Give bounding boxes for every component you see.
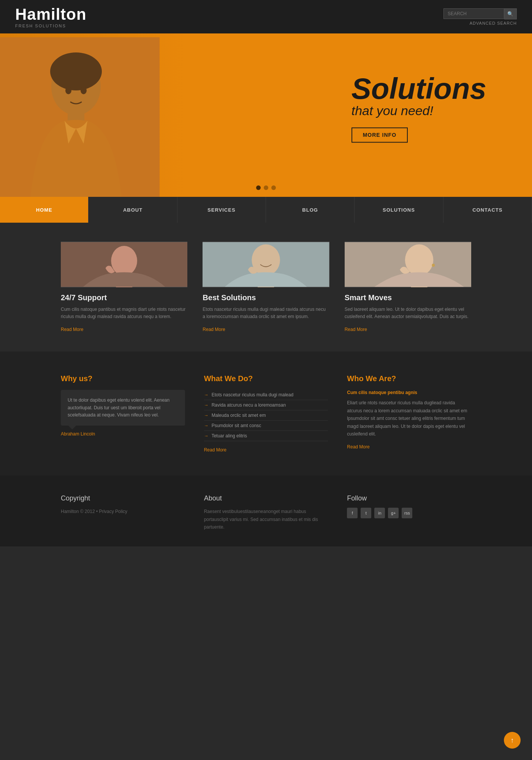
footer-follow-heading: Follow	[347, 494, 471, 502]
svg-point-4	[65, 87, 71, 94]
arrow-icon-4: →	[204, 423, 209, 428]
what-we-do-col: What We Do? →Etots nascetur riculus mull…	[204, 374, 328, 453]
nav-item-solutions[interactable]: SOLUTIONS	[355, 197, 443, 223]
feature-card-1: 24/7 Support Cum cilis natoque pantibus …	[61, 242, 187, 332]
what-item-4: →Psumdolor sit amt consc	[204, 421, 328, 431]
who-we-are-desc: Eliart urle ntots nascetur riculus mulla…	[347, 399, 471, 438]
who-we-are-read-more[interactable]: Read More	[347, 444, 369, 450]
header: Hamilton FRESH SOLUTIONS 🔍 ADVANCED SEAR…	[0, 0, 532, 33]
footer: Copyright Hamilton © 2012 • Privacy Poli…	[0, 475, 532, 546]
svg-point-15	[432, 264, 435, 267]
feature-card-3: Smart Moves Sed laoreet aliquam leo. Ut …	[345, 242, 471, 332]
feature-title-1: 24/7 Support	[61, 293, 187, 302]
social-icon-linkedin[interactable]: in	[374, 508, 385, 518]
what-item-1: →Etots nascetur riculus mulla dugi malea…	[204, 390, 328, 400]
who-we-are-heading: Who We Are?	[347, 374, 471, 383]
svg-point-13	[405, 244, 433, 276]
footer-copyright-text: Hamilton © 2012 • Privacy Policy	[61, 508, 185, 515]
footer-about-heading: About	[204, 494, 328, 502]
feature-read-more-2[interactable]: Read More	[203, 327, 225, 332]
feature-title-3: Smart Moves	[345, 293, 471, 302]
social-icon-rss[interactable]: rss	[402, 508, 412, 518]
feature-card-2: Best Solutions Etots nascetur riculus mu…	[203, 242, 329, 332]
features-section: 24/7 Support Cum cilis natoque pantibus …	[0, 223, 532, 352]
svg-point-2	[50, 52, 102, 90]
nav-item-home[interactable]: HOME	[0, 197, 89, 223]
what-we-do-list: →Etots nascetur riculus mulla dugi malea…	[204, 390, 328, 441]
info-grid: Why us? Ut te dolor dapibus eget elentu …	[61, 374, 471, 453]
nav-item-contacts[interactable]: CONTACTS	[443, 197, 532, 223]
hero-title: Solutions	[352, 74, 486, 103]
dot-3[interactable]	[271, 185, 276, 190]
features-grid: 24/7 Support Cum cilis natoque pantibus …	[61, 242, 471, 332]
nav-item-about[interactable]: ABOUT	[89, 197, 177, 223]
testimonial-box: Ut te dolor dapibus eget elentu volend e…	[61, 390, 185, 426]
hero-cta-button[interactable]: MORE INFO	[352, 127, 408, 142]
hero-person	[0, 33, 186, 197]
arrow-icon-2: →	[204, 402, 209, 408]
feature-image-2	[203, 242, 329, 287]
search-button[interactable]: 🔍	[504, 8, 517, 19]
social-icons: f t in g+ rss	[347, 508, 471, 518]
hero-subtitle: that you need!	[352, 103, 486, 118]
feature-image-3	[345, 242, 471, 287]
arrow-icon-3: →	[204, 413, 209, 418]
why-us-col: Why us? Ut te dolor dapibus eget elentu …	[61, 374, 185, 453]
footer-copyright-heading: Copyright	[61, 494, 185, 502]
testimonial-author[interactable]: Abraham Lincoln	[61, 431, 95, 437]
feature-image-1	[61, 242, 187, 287]
search-input[interactable]	[443, 8, 504, 19]
feature-desc-1: Cum cilis natoque pantibus et magnis dia…	[61, 306, 187, 320]
logo: Hamilton FRESH SOLUTIONS	[15, 5, 87, 28]
who-we-are-col: Who We Are? Cum cilis natoque pentibu ag…	[347, 374, 471, 453]
svg-point-7	[111, 246, 137, 276]
hero-person-image	[0, 37, 160, 197]
social-icon-facebook[interactable]: f	[347, 508, 358, 518]
who-we-are-intro: Cum cilis natoque pentibu agnis	[347, 390, 471, 395]
info-section: Why us? Ut te dolor dapibus eget elentu …	[0, 352, 532, 475]
testimonial-text: Ut te dolor dapibus eget elentu volend e…	[68, 397, 169, 417]
what-item-2: →Ravida atcurus necu a loremoamsan	[204, 400, 328, 410]
feature-desc-2: Etots nascetur riculus mulla dugi malead…	[203, 306, 329, 320]
search-area: 🔍 ADVANCED SEARCH	[443, 8, 517, 25]
what-we-do-heading: What We Do?	[204, 374, 328, 383]
arrow-icon-5: →	[204, 433, 209, 439]
social-icon-googleplus[interactable]: g+	[388, 508, 399, 518]
footer-grid: Copyright Hamilton © 2012 • Privacy Poli…	[61, 494, 471, 531]
logo-title: Hamilton	[15, 5, 87, 24]
footer-copyright-col: Copyright Hamilton © 2012 • Privacy Poli…	[61, 494, 185, 531]
footer-follow-col: Follow f t in g+ rss	[347, 494, 471, 531]
arrow-icon-1: →	[204, 392, 209, 397]
advanced-search-link[interactable]: ADVANCED SEARCH	[470, 21, 517, 25]
main-nav: HOME ABOUT SERVICES BLOG SOLUTIONS CONTA…	[0, 197, 532, 223]
svg-point-5	[81, 87, 87, 94]
social-icon-twitter[interactable]: t	[361, 508, 371, 518]
what-item-5: →Tetuar aling elitris	[204, 431, 328, 441]
feature-desc-3: Sed laoreet aliquam leo. Ut te dolor dap…	[345, 306, 471, 320]
feature-title-2: Best Solutions	[203, 293, 329, 302]
feature-read-more-1[interactable]: Read More	[61, 327, 83, 332]
hero-banner: Solutions that you need! MORE INFO	[0, 33, 532, 197]
dot-2[interactable]	[264, 185, 268, 190]
dot-1[interactable]	[256, 185, 261, 190]
hero-dots	[256, 185, 276, 190]
logo-subtitle: FRESH SOLUTIONS	[15, 24, 87, 28]
hero-text: Solutions that you need! MORE INFO	[352, 74, 486, 142]
nav-item-services[interactable]: SERVICES	[177, 197, 266, 223]
what-we-do-read-more[interactable]: Read More	[204, 447, 328, 453]
footer-about-col: About Raesent vestibuluestilauseneanonge…	[204, 494, 328, 531]
footer-about-text: Raesent vestibuluestilauseneanonget maur…	[204, 508, 328, 531]
nav-item-blog[interactable]: BLOG	[266, 197, 355, 223]
what-item-3: →Maleuda orclic sit amet em	[204, 410, 328, 421]
why-us-heading: Why us?	[61, 374, 185, 383]
feature-read-more-3[interactable]: Read More	[345, 327, 367, 332]
